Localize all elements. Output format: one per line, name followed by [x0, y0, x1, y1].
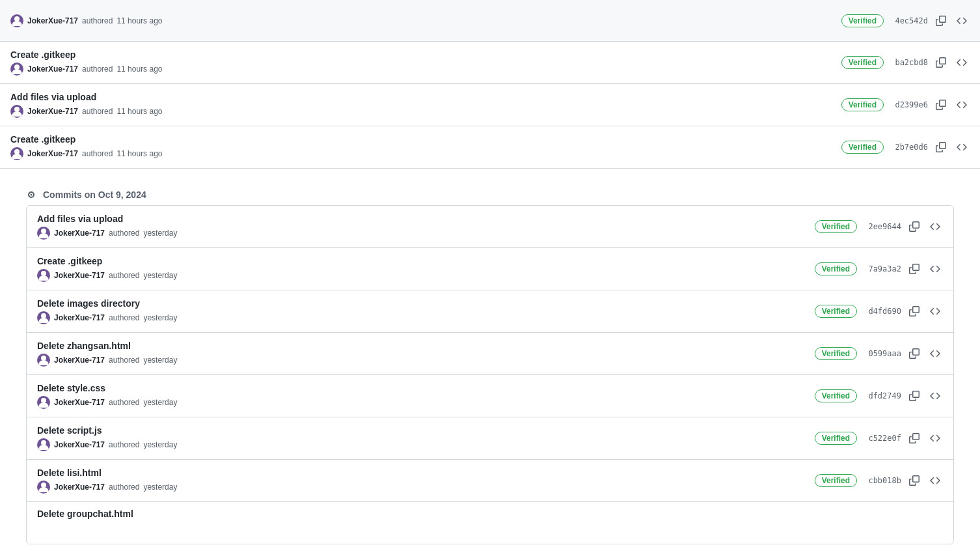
- svg-point-12: [41, 483, 46, 488]
- commit-title: Delete style.css: [37, 383, 815, 393]
- copy-hash-button[interactable]: [906, 346, 922, 361]
- commit-actions: Verified d4fd690: [815, 303, 943, 319]
- commit-info: JokerXue-717 authored 11 hours ago: [10, 14, 841, 27]
- commit-actions: Verified ba2cbd8: [841, 55, 970, 70]
- commit-info: Delete style.css JokerXue-717 authored y…: [37, 383, 815, 409]
- svg-point-6: [41, 229, 46, 234]
- copy-hash-button[interactable]: [933, 13, 949, 29]
- commit-info: Delete groupchat.html: [37, 509, 943, 522]
- action-text: authored: [109, 229, 139, 238]
- svg-point-9: [41, 356, 46, 361]
- avatar: [37, 481, 50, 494]
- commit-hash: cbb018b: [862, 476, 901, 485]
- oct9-commit-section: Add files via upload JokerXue-717 author…: [26, 205, 954, 544]
- commit-hash: 4ec542d: [889, 16, 928, 25]
- verified-badge: Verified: [815, 474, 857, 487]
- copy-hash-button[interactable]: [933, 139, 949, 155]
- avatar: [10, 63, 23, 76]
- date-label: Commits on Oct 9, 2024: [43, 189, 146, 200]
- commit-title: Delete script.js: [37, 425, 815, 436]
- commit-meta: JokerXue-717 authored yesterday: [37, 227, 815, 240]
- verified-badge: Verified: [815, 262, 857, 275]
- author-link[interactable]: JokerXue-717: [54, 313, 105, 322]
- commit-row: Add files via upload JokerXue-717 author…: [27, 206, 953, 248]
- svg-point-7: [41, 271, 46, 276]
- verified-badge: Verified: [841, 98, 884, 111]
- commit-title: Add files via upload: [10, 92, 841, 102]
- author-link[interactable]: JokerXue-717: [27, 149, 78, 158]
- time-text: yesterday: [143, 398, 177, 407]
- copy-hash-button[interactable]: [906, 388, 922, 404]
- action-text: authored: [109, 398, 139, 407]
- browse-repo-button[interactable]: [927, 388, 943, 404]
- author-link[interactable]: JokerXue-717: [27, 107, 78, 116]
- browse-repo-button[interactable]: [927, 303, 943, 319]
- commit-actions: Verified dfd2749: [815, 388, 943, 404]
- commit-row: JokerXue-717 authored 11 hours ago Verif…: [0, 0, 980, 42]
- commit-row: Delete script.js JokerXue-717 authored y…: [27, 417, 953, 460]
- commit-info: Create .gitkeep JokerXue-717 authored 11…: [10, 49, 841, 76]
- author-link[interactable]: JokerXue-717: [54, 229, 105, 238]
- avatar: [37, 354, 50, 367]
- action-text: authored: [82, 16, 113, 25]
- commit-actions: Verified 4ec542d: [841, 13, 970, 29]
- browse-repo-button[interactable]: [927, 346, 943, 361]
- commit-row: Create .gitkeep JokerXue-717 authored 11…: [0, 126, 980, 168]
- commit-actions: Verified cbb018b: [815, 473, 943, 488]
- author-link[interactable]: JokerXue-717: [54, 356, 105, 365]
- commit-meta: JokerXue-717 authored yesterday: [37, 354, 815, 367]
- action-text: authored: [109, 356, 139, 365]
- author-link[interactable]: JokerXue-717: [54, 398, 105, 407]
- action-text: authored: [82, 107, 113, 116]
- avatar: [37, 311, 50, 324]
- commit-actions: Verified 0599aaa: [815, 346, 943, 361]
- copy-hash-button[interactable]: [906, 473, 922, 488]
- browse-repo-button[interactable]: [927, 473, 943, 488]
- time-text: 11 hours ago: [116, 64, 162, 74]
- commit-meta: JokerXue-717 authored yesterday: [37, 481, 815, 494]
- commit-info: Add files via upload JokerXue-717 author…: [10, 92, 841, 118]
- svg-point-1: [14, 64, 20, 70]
- commit-actions: Verified d2399e6: [841, 97, 970, 113]
- copy-hash-button[interactable]: [906, 219, 922, 234]
- commit-meta: JokerXue-717 authored yesterday: [37, 311, 815, 324]
- browse-repo-button[interactable]: [954, 139, 970, 155]
- copy-hash-button[interactable]: [906, 261, 922, 277]
- copy-hash-button[interactable]: [933, 97, 949, 113]
- commit-row: Add files via upload JokerXue-717 author…: [0, 84, 980, 126]
- author-link[interactable]: JokerXue-717: [54, 440, 105, 449]
- browse-repo-button[interactable]: [954, 55, 970, 70]
- svg-point-2: [14, 107, 20, 112]
- author-link[interactable]: JokerXue-717: [54, 483, 105, 492]
- time-text: yesterday: [143, 313, 177, 322]
- svg-point-0: [14, 16, 20, 21]
- commit-meta: JokerXue-717 authored yesterday: [37, 396, 815, 409]
- browse-repo-button[interactable]: [954, 13, 970, 29]
- commit-meta: JokerXue-717 authored yesterday: [37, 438, 815, 451]
- svg-point-8: [41, 313, 46, 318]
- author-link[interactable]: JokerXue-717: [27, 16, 78, 25]
- commit-row: Create .gitkeep JokerXue-717 authored ye…: [27, 248, 953, 290]
- commit-info: Delete images directory JokerXue-717 aut…: [37, 298, 815, 324]
- copy-hash-button[interactable]: [933, 55, 949, 70]
- browse-repo-button[interactable]: [954, 97, 970, 113]
- commit-hash: c522e0f: [862, 434, 901, 443]
- author-link[interactable]: JokerXue-717: [27, 64, 78, 74]
- commit-meta: JokerXue-717 authored yesterday: [37, 269, 815, 282]
- commit-meta: JokerXue-717 authored 11 hours ago: [10, 147, 841, 160]
- commit-hash: ba2cbd8: [889, 58, 928, 67]
- browse-repo-button[interactable]: [927, 261, 943, 277]
- verified-badge: Verified: [815, 220, 857, 233]
- action-text: authored: [109, 313, 139, 322]
- commit-title: Delete zhangsan.html: [37, 341, 815, 351]
- browse-repo-button[interactable]: [927, 219, 943, 234]
- commit-title: Add files via upload: [37, 214, 815, 224]
- avatar: [37, 269, 50, 282]
- author-link[interactable]: JokerXue-717: [54, 271, 105, 280]
- verified-badge: Verified: [815, 347, 857, 360]
- time-text: 11 hours ago: [116, 107, 162, 116]
- copy-hash-button[interactable]: [906, 430, 922, 446]
- copy-hash-button[interactable]: [906, 303, 922, 319]
- avatar: [37, 438, 50, 451]
- browse-repo-button[interactable]: [927, 430, 943, 446]
